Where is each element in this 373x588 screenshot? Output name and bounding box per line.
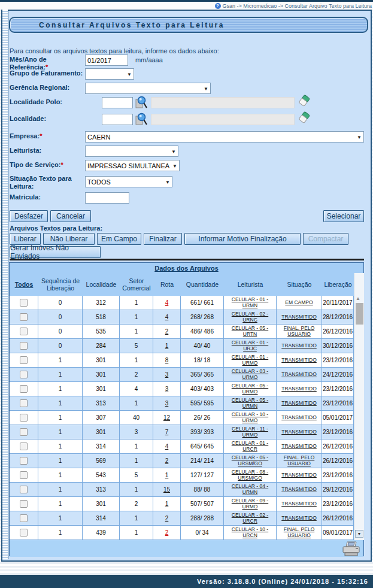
situacao-link[interactable]: TRANSMITIDO [281,343,317,348]
situacao-link[interactable]: TRANSMITIDO [281,357,317,363]
situacao-texto-select[interactable]: TODOS ▼ [85,176,172,187]
leiturista-link[interactable]: CELULAR - 02 - URCR [225,513,275,524]
em-campo-button[interactable]: Em Campo [97,233,141,245]
leiturista-link[interactable]: CELULAR - 01 - URCR [225,441,275,452]
leiturista-select[interactable]: ▼ [85,146,178,157]
rota-link[interactable]: 7 [165,429,169,435]
selecionar-button[interactable]: Selecionar [323,210,364,222]
leiturista-link[interactable]: CELULAR - 01 - URJC [225,340,275,351]
row-checkbox[interactable] [20,342,28,350]
rota-link[interactable]: 2 [165,515,169,522]
rota-link[interactable]: 2 [165,457,169,464]
rota-link[interactable]: 3 [165,386,169,392]
row-checkbox[interactable] [20,385,28,393]
situacao-link[interactable]: FINAL. PELO USUARIO [277,455,321,466]
scroll-up-icon[interactable]: ▲ [356,296,360,301]
situacao-link[interactable]: TRANSMITIDO [281,372,317,377]
localidade-polo-search-icon[interactable] [135,95,147,112]
situacao-link[interactable]: TRANSMITIDO [281,314,317,320]
help-icon[interactable]: ? [215,3,221,9]
nao-liberar-button[interactable]: Não Liberar [43,233,95,245]
situacao-link[interactable]: TRANSMITIDO [281,386,317,392]
situacao-link[interactable]: EM CAMPO [285,300,313,305]
empresa-select[interactable]: CAERN ▼ [85,131,364,143]
compactar-button[interactable]: Compactar [303,233,348,245]
situacao-link[interactable]: TRANSMITIDO [281,501,317,507]
situacao-link[interactable]: TRANSMITIDO [281,429,317,435]
cancelar-button[interactable]: Cancelar [50,210,91,222]
situacao-link[interactable]: TRANSMITIDO [281,516,317,521]
situacao-link[interactable]: TRANSMITIDO [281,487,317,492]
scroll-down-icon[interactable]: ▼ [355,530,363,538]
matricula-input[interactable] [85,192,129,204]
grupo-faturamento-select[interactable]: ▼ [85,68,134,80]
rota-link[interactable]: 3 [165,400,169,407]
row-checkbox[interactable] [20,356,28,364]
situacao-link[interactable]: TRANSMITIDO [281,401,317,406]
rota-link[interactable]: 8 [165,357,169,363]
row-checkbox[interactable] [20,514,28,522]
rota-link[interactable]: 15 [163,486,170,493]
situacao-link[interactable]: FINAL. PELO USUARIO [277,527,321,538]
scroll-thumb[interactable] [356,303,363,325]
rota-link[interactable]: 2 [165,328,169,335]
rota-link[interactable]: 4 [165,314,169,320]
tipo-servico-select[interactable]: IMPRESSAO SIMULTANEA ▼ [85,160,180,171]
leiturista-link[interactable]: CELULAR - 05 - URTN [225,326,275,337]
printer-icon[interactable] [341,541,362,559]
situacao-link[interactable]: TRANSMITIDO [281,444,317,449]
rota-link[interactable]: 1 [165,501,169,507]
row-checkbox[interactable] [20,428,28,436]
leiturista-link[interactable]: CELULAR - 01 - URMN [225,297,275,308]
leiturista-link[interactable]: CELULAR - 05 - URMO [225,383,275,395]
row-checkbox[interactable] [20,414,28,422]
leiturista-link[interactable]: CELULAR - 01 - URMO [225,354,275,366]
row-checkbox[interactable] [20,328,28,335]
situacao-link[interactable]: TRANSMITIDO [281,415,317,420]
rota-link[interactable]: 2 [165,529,169,536]
gerencia-regional-select[interactable]: ▼ [85,83,211,94]
leiturista-link[interactable]: CELULAR - 09 - URMO [225,498,275,510]
leiturista-link[interactable]: CELULAR - 05 - URSM/GO [225,455,275,466]
leiturista-link[interactable]: CELULAR - 10 - URCN [225,527,275,538]
row-checkbox[interactable] [20,457,28,465]
header-todos-link[interactable]: Todos [10,281,38,288]
finalizar-button[interactable]: Finalizar [144,233,182,245]
situacao-link[interactable]: FINAL. PELO USUARIO [277,326,321,337]
row-checkbox[interactable] [20,471,28,479]
localidade-search-icon[interactable] [135,112,147,129]
breadcrumb-text[interactable]: Gsan -> Micromedicao -> Consultar Arquiv… [223,3,372,9]
desfazer-button[interactable]: Desfazer [10,210,48,222]
leiturista-link[interactable]: CELULAR - 04 - URMN [225,484,275,495]
mes-ano-input[interactable] [85,54,128,66]
row-checkbox[interactable] [20,313,28,321]
leiturista-link[interactable]: CELULAR - 03 - URMO [225,369,275,380]
informar-motivo-finalizacao-button[interactable]: Informar Motivo Finalização [184,233,301,245]
leiturista-link[interactable]: CELULAR - 10 - URMO [225,412,275,423]
row-checkbox[interactable] [20,371,28,378]
row-checkbox[interactable] [20,442,28,450]
leiturista-link[interactable]: CELULAR - 05 - URMN [225,398,275,409]
leiturista-link[interactable]: CELULAR - 08 - URSM/GO [225,469,275,481]
table-title-link[interactable]: Dados dos Arquivos [154,265,219,272]
row-checkbox[interactable] [20,486,28,493]
row-checkbox[interactable] [20,399,28,407]
leiturista-link[interactable]: CELULAR - 02 - URNC [225,311,275,323]
row-checkbox[interactable] [20,500,28,508]
table-scrollbar[interactable]: ▲ ▼ [354,273,364,540]
rota-link[interactable]: 1 [165,343,169,349]
localidade-input[interactable] [102,114,133,125]
localidade-polo-input[interactable] [102,97,133,108]
row-checkbox[interactable] [20,299,28,307]
gerar-imoveis-nao-enviados-button[interactable]: Gerar Imóves Não Enviados [10,246,101,258]
row-checkbox[interactable] [20,529,28,537]
situacao-link[interactable]: TRANSMITIDO [281,472,317,478]
rota-link[interactable]: 3 [165,371,169,378]
rota-link[interactable]: 4 [165,443,169,450]
localidade-polo-erase-icon[interactable] [298,95,310,110]
rota-link[interactable]: 4 [165,299,169,306]
localidade-erase-icon[interactable] [298,111,310,127]
leiturista-link[interactable]: CELULAR - 11 - URMO [225,426,275,438]
liberar-button[interactable]: Liberar [10,233,41,245]
rota-link[interactable]: 1 [165,472,169,478]
